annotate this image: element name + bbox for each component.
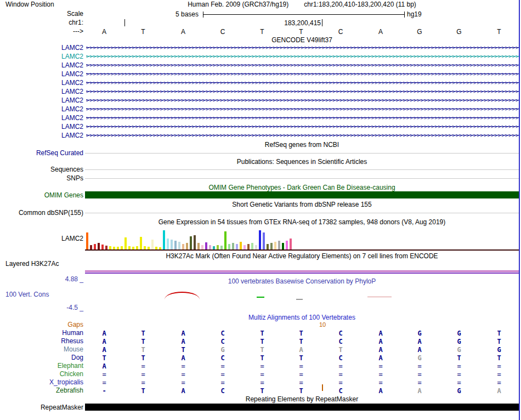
alignment-base: A: [178, 338, 189, 345]
alignment-base: A: [414, 346, 425, 354]
alignment-base: =: [494, 371, 505, 378]
alignment-base: =: [494, 379, 505, 387]
alignment-base: =: [375, 371, 386, 378]
alignment-base: -: [99, 387, 110, 395]
alignment-base: =: [296, 362, 307, 370]
alignment-base: =: [257, 371, 268, 378]
alignment-base: =: [178, 379, 189, 387]
alignment-base: =: [138, 362, 149, 370]
alignment-base: C: [217, 330, 228, 337]
alignment-base: G: [494, 346, 505, 354]
alignment-base: A: [414, 387, 425, 395]
alignment-base: =: [414, 379, 425, 387]
species-label-chicken[interactable]: Chicken: [1, 371, 83, 378]
alignment-base: A: [414, 338, 425, 345]
alignment-base: A: [99, 362, 110, 370]
alignment-base: C: [217, 387, 228, 395]
alignment-base: =: [257, 362, 268, 370]
alignment-base: T: [138, 338, 149, 345]
alignment-base: =: [296, 379, 307, 387]
alignment-base: =: [375, 362, 386, 370]
alignment-base: =: [414, 362, 425, 370]
alignment-base: G: [217, 346, 228, 354]
alignment-base: G: [414, 354, 425, 362]
alignment-base: T: [494, 330, 505, 337]
alignment-base: =: [335, 362, 346, 370]
alignment-base: C: [217, 354, 228, 362]
alignment-base: C: [217, 338, 228, 345]
alignment-base: =: [99, 379, 110, 387]
alignment-base: T: [138, 346, 149, 354]
alignment-base: C: [335, 330, 346, 337]
alignment-base: =: [454, 362, 465, 370]
alignment-base: =: [296, 371, 307, 378]
alignment-base: A: [375, 387, 386, 395]
alignment-base: =: [414, 371, 425, 378]
alignment-base: T: [257, 387, 268, 395]
alignment-base: A: [99, 330, 110, 337]
alignment-base: T: [335, 346, 346, 354]
alignment-base: T: [257, 354, 268, 362]
zebrafish-insert-tick: [322, 384, 323, 391]
alignment-base: T: [296, 354, 307, 362]
species-label-mouse[interactable]: Mouse: [1, 346, 83, 353]
alignment-base: G: [454, 338, 465, 345]
alignment-base: =: [217, 379, 228, 387]
species-label-rhesus[interactable]: Rhesus: [1, 338, 83, 345]
alignment-base: G: [414, 330, 425, 337]
alignment-base: =: [138, 379, 149, 387]
alignment-base: T: [296, 387, 307, 395]
alignment-base: =: [454, 371, 465, 378]
alignment-base: A: [375, 346, 386, 354]
species-label-x_tropicalis[interactable]: X_tropicalis: [1, 379, 83, 386]
alignment-base: T: [138, 354, 149, 362]
alignment-base: T: [494, 354, 505, 362]
species-label-human[interactable]: Human: [1, 330, 83, 337]
alignment-base: A: [178, 387, 189, 395]
alignment-base: =: [178, 362, 189, 370]
alignment-base: =: [217, 371, 228, 378]
species-label-elephant[interactable]: Elephant: [1, 362, 83, 370]
alignment-base: G: [454, 330, 465, 337]
alignment-base: T: [178, 346, 189, 354]
alignment-base: A: [296, 346, 307, 354]
alignment-base: T: [99, 354, 110, 362]
alignment-base: T: [138, 387, 149, 395]
alignment-base: =: [99, 371, 110, 378]
repeatmasker-bar[interactable]: [85, 404, 519, 411]
alignment-base: T: [257, 330, 268, 337]
alignment-base: =: [217, 362, 228, 370]
alignment-base: A: [494, 387, 505, 395]
alignment-base: A: [375, 354, 386, 362]
alignment-base: G: [454, 346, 465, 354]
ucsc-genome-browser: Window Position Human Feb. 2009 (GRCh37/…: [0, 0, 521, 420]
alignment-base: T: [257, 346, 268, 354]
alignment-base: G: [454, 387, 465, 395]
alignment-base: =: [335, 371, 346, 378]
alignment-base: A: [375, 338, 386, 345]
alignment-base: T: [138, 330, 149, 337]
alignment-base: T: [494, 338, 505, 345]
alignment-base: A: [99, 338, 110, 345]
species-label-zebrafish[interactable]: Zebrafish: [1, 387, 83, 394]
alignment-base: A: [375, 330, 386, 337]
species-label-dog[interactable]: Dog: [1, 354, 83, 361]
multiz-rows: HumanATACTTCAGGTRhesusATACTTCAAGTMouseAT…: [0, 0, 521, 420]
alignment-base: C: [335, 354, 346, 362]
alignment-base: =: [257, 379, 268, 387]
alignment-base: =: [335, 379, 346, 387]
alignment-base: A: [178, 354, 189, 362]
alignment-base: C: [335, 387, 346, 395]
alignment-base: A: [99, 346, 110, 354]
alignment-base: T: [257, 338, 268, 345]
repeatmasker-label[interactable]: RepeatMasker: [1, 404, 83, 411]
repeatmasker-title: Repeating Elements by RepeatMasker: [85, 396, 519, 403]
alignment-base: =: [178, 371, 189, 378]
right-guideline: [519, 0, 520, 420]
alignment-base: =: [138, 371, 149, 378]
alignment-base: T: [296, 338, 307, 345]
alignment-base: =: [494, 362, 505, 370]
alignment-base: T: [296, 330, 307, 337]
alignment-base: T: [454, 354, 465, 362]
alignment-base: A: [178, 330, 189, 337]
